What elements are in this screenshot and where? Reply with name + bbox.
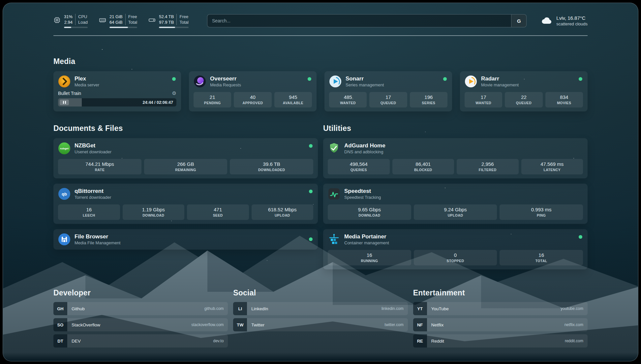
stat-box: 196 SERIES (410, 92, 447, 107)
service-card-adguard[interactable]: AdGuard Home DNS and adblocking 498,564 … (323, 138, 588, 178)
stat-label: WANTED (466, 101, 501, 105)
svg-text:qb: qb (62, 192, 67, 197)
memory-widget: 21 GiB Free 64 GiB Total (99, 14, 137, 28)
bookmark-github[interactable]: GH Github github.com (53, 302, 228, 315)
speedtest-header: Speedtest Speedtest Tracking (328, 188, 583, 200)
bookmark-name: DEV (72, 339, 81, 344)
stat-label: WANTED (330, 101, 365, 105)
qbittorrent-subtitle: Torrent downloader (75, 195, 111, 200)
status-dot (443, 77, 447, 81)
service-card-nzbget[interactable]: nzbget NZBGet Usenet downloader 744.21 M… (53, 138, 318, 178)
bookmark-url: stackoverflow.com (191, 322, 224, 327)
social-rows: LI LinkedIn linkedin.com TW Twitter twit… (233, 302, 408, 331)
bookmark-twitter[interactable]: TW Twitter twitter.com (233, 318, 408, 331)
bookmarks-section: Developer GH Github github.com SO StackO… (53, 288, 588, 350)
stat-value: 17 (371, 94, 406, 100)
cloud-icon (541, 16, 552, 25)
bookmark-stackoverflow[interactable]: SO StackOverflow stackoverflow.com (53, 318, 228, 331)
service-card-filebrowser[interactable]: File Browser Media File Management (53, 229, 318, 250)
section-title-media: Media (53, 57, 588, 66)
section-title-utilities: Utilities (323, 124, 588, 133)
dashboard-window: 31% CPU 2.94 Load (3, 3, 638, 361)
now-playing-title: Bullet Train (58, 91, 81, 96)
portainer-name: Media Portainer (344, 233, 389, 240)
bookmark-reddit[interactable]: RE Reddit reddit.com (413, 334, 588, 348)
stat-box: 39.6 TB DOWNLOADED (230, 159, 313, 174)
disk-icon (148, 16, 156, 24)
nzbget-icon: nzbget (58, 142, 71, 155)
stat-box: 945 AVAILABLE (274, 92, 312, 107)
stat-box: 16 LEECH (58, 204, 120, 220)
stat-value: 2,956 (458, 161, 517, 167)
disk-total-label: Total (176, 19, 188, 25)
service-card-qbittorrent[interactable]: qb qBittorrent Torrent downloader 16 LEE… (53, 184, 318, 224)
bookmark-body: Netflix netflix.com (427, 318, 588, 331)
service-card-plex[interactable]: Plex Media server Bullet Train ⚙ 24:44 /… (53, 71, 181, 111)
memory-progress-track (109, 27, 137, 28)
stat-box: 0 STOPPED (414, 250, 497, 265)
stat-box: 40 APPROVED (234, 92, 271, 107)
section-title-entertainment: Entertainment (413, 288, 588, 297)
service-card-overseerr[interactable]: Overseerr Media Requests 21 PENDING 40 A… (189, 71, 317, 111)
bookmark-netflix[interactable]: NF Netflix netflix.com (413, 318, 588, 331)
stat-label: REMAINING (145, 168, 226, 172)
stat-value: 744.21 Mbps (59, 161, 140, 167)
gear-icon[interactable]: ⚙ (172, 91, 176, 96)
disk-total-value: 97.9 TB (159, 19, 176, 25)
service-card-sonarr[interactable]: Sonarr Series management 485 WANTED 17 Q… (324, 71, 452, 111)
overseerr-icon (194, 75, 206, 88)
memory-text: 21 GiB Free 64 GiB Total (109, 14, 137, 28)
bookmark-abbr: GH (53, 302, 67, 315)
overseerr-subtitle: Media Requests (210, 82, 241, 88)
stat-value: 485 (330, 94, 365, 100)
service-card-portainer[interactable]: Media Portainer Container management 16 … (323, 229, 588, 269)
weather-condition: scattered clouds (556, 21, 588, 27)
pause-button[interactable] (60, 100, 69, 105)
stat-label: MOVIES (547, 101, 582, 105)
search-provider-button[interactable]: G (511, 15, 526, 27)
radarr-subtitle: Movie management (481, 82, 519, 88)
bookmark-name: Reddit (431, 339, 444, 344)
bookmark-url: linkedin.com (382, 306, 404, 311)
now-playing-progress[interactable]: 24:44 / 02:06:47 (58, 98, 176, 106)
bookmark-url: twitter.com (384, 322, 403, 327)
speedtest-subtitle: Speedtest Tracking (344, 195, 381, 200)
bookmark-body: StackOverflow stackoverflow.com (67, 318, 228, 331)
bookmark-dev[interactable]: DT DEV dev.to (53, 334, 228, 348)
stat-label: DOWNLOAD (329, 213, 410, 218)
bookmark-name: Netflix (431, 322, 444, 327)
speedtest-name: Speedtest (344, 188, 381, 195)
stat-box: 86,401 BLOCKED (392, 159, 454, 174)
stat-label: SEED (188, 213, 248, 218)
search-input[interactable] (207, 15, 511, 27)
bookmark-body: LinkedIn linkedin.com (247, 302, 408, 315)
sonarr-header: Sonarr Series management (329, 75, 447, 88)
filebrowser-subtitle: Media File Management (75, 240, 120, 246)
stat-box: 744.21 Mbps RATE (58, 159, 141, 174)
disk-widget: 52.4 TB Free 97.9 TB Total (148, 14, 189, 28)
service-card-radarr[interactable]: Radarr Movie management 17 WANTED 22 QUE… (460, 71, 588, 111)
bookmark-url: youtube.com (561, 306, 583, 311)
stat-box: 266 GB REMAINING (144, 159, 228, 174)
stat-value: 471 (188, 206, 248, 213)
stat-label: BLOCKED (394, 168, 453, 172)
qbittorrent-header: qb qBittorrent Torrent downloader (58, 188, 313, 200)
stat-box: 9.65 Gbps DOWNLOAD (328, 204, 411, 220)
bookmark-youtube[interactable]: YT YouTube youtube.com (413, 302, 588, 315)
nzbget-stats: 744.21 Mbps RATE 266 GB REMAINING 39.6 T… (58, 159, 313, 174)
stat-value: 498,564 (329, 161, 388, 167)
bookmark-linkedin[interactable]: LI LinkedIn linkedin.com (233, 302, 408, 315)
media-cards-row: Plex Media server Bullet Train ⚙ 24:44 /… (53, 71, 588, 111)
stat-box: 498,564 QUERIES (328, 159, 390, 174)
stat-label: STOPPED (415, 259, 496, 263)
bookmark-name: Github (72, 306, 85, 311)
bookmark-body: Github github.com (67, 302, 228, 315)
memory-free-value: 21 GiB (109, 14, 125, 19)
sonarr-icon (329, 75, 342, 88)
status-dot (579, 77, 582, 81)
stat-value: 39.6 TB (231, 161, 312, 167)
cpu-load-label: Load (75, 19, 88, 25)
stat-label: APPROVED (235, 101, 270, 105)
section-title-documents: Documents & Files (53, 124, 318, 133)
service-card-speedtest[interactable]: Speedtest Speedtest Tracking 9.65 Gbps D… (323, 184, 588, 224)
